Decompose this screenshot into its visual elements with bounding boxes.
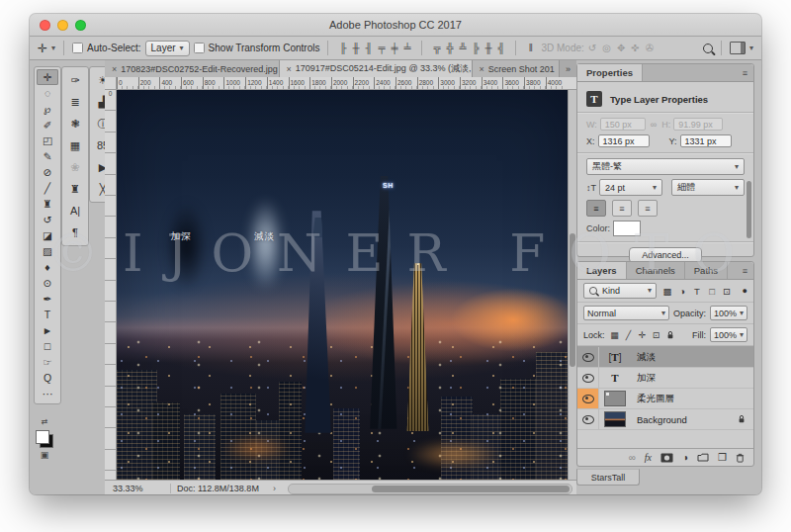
swatches-panel-icon[interactable]: ❃: [64, 113, 86, 134]
link-layers-icon[interactable]: ∞: [629, 452, 636, 463]
marquee-tool[interactable]: ◌: [37, 85, 58, 101]
document-tab-2-active[interactable]: × 170917#DSC05214-Edit.jpg @ 33.3% (減淡, …: [280, 60, 473, 77]
color-grid-panel-icon[interactable]: ▦: [64, 134, 86, 156]
layer-name[interactable]: 加深: [637, 372, 656, 385]
gradient-tool[interactable]: ▨: [37, 243, 58, 259]
status-expand-icon[interactable]: ›: [265, 484, 284, 493]
y-position-field[interactable]: 1331 px: [680, 134, 732, 147]
chevron-down-icon[interactable]: ▾: [51, 44, 55, 52]
path-selection-tool[interactable]: ►: [37, 322, 58, 338]
document-tab-1[interactable]: × 170823#DSC02752-Edit-Recovered.jpg: [105, 60, 280, 77]
foreground-background-swatches[interactable]: [36, 430, 53, 448]
zoom-tool[interactable]: Q: [37, 370, 58, 386]
text-color-swatch[interactable]: [613, 221, 641, 236]
add-layer-mask-icon[interactable]: [660, 453, 673, 463]
layer-visibility-toggle[interactable]: [577, 389, 599, 408]
canvas-vertical-scrollbar[interactable]: [568, 90, 576, 480]
distribute-spacing-icon[interactable]: ‖: [524, 43, 537, 53]
align-top-edges-icon[interactable]: ╤: [375, 43, 388, 53]
distribute-top-edges-icon[interactable]: ╦: [430, 43, 443, 53]
align-vertical-centers-icon[interactable]: ╪: [388, 43, 400, 53]
layer-row-softlight[interactable]: 柔光圖層: [577, 389, 753, 409]
layer-thumbnail[interactable]: [599, 411, 631, 427]
distribute-horizontal-centers-icon[interactable]: ╫: [482, 43, 494, 53]
eraser-tool[interactable]: ◪: [37, 227, 58, 243]
layer-name[interactable]: Background: [637, 414, 687, 425]
starstall-panel-tab[interactable]: StarsTall: [576, 469, 640, 486]
distribute-right-edges-icon[interactable]: ╣: [494, 43, 507, 53]
close-icon[interactable]: ×: [480, 64, 484, 74]
paragraph-panel-icon[interactable]: ¶: [64, 222, 86, 243]
move-tool-icon[interactable]: ✛: [38, 42, 47, 55]
adjustment-layer-icon[interactable]: ◑: [682, 452, 688, 463]
font-style-dropdown[interactable]: 細體 ▾: [671, 179, 745, 196]
3d-camera-icon[interactable]: ✇: [646, 43, 654, 53]
zoom-window-button[interactable]: [75, 20, 86, 31]
3d-orbit-icon[interactable]: ↺: [588, 43, 596, 53]
font-family-dropdown[interactable]: 黑體-繁 ▾: [586, 158, 745, 175]
layer-thumbnail[interactable]: [T]: [599, 351, 631, 363]
blend-mode-dropdown[interactable]: Normal ▾: [583, 306, 669, 320]
layer-name[interactable]: 柔光圖層: [637, 393, 674, 405]
properties-scrollbar-thumb[interactable]: [747, 181, 751, 238]
crop-tool[interactable]: ◰: [37, 133, 58, 148]
blur-tool[interactable]: ♦: [37, 259, 58, 275]
history-brush-tool[interactable]: ↺: [37, 212, 58, 227]
align-text-center-button[interactable]: ≡: [612, 200, 632, 217]
lock-artboard-icon[interactable]: ⊡: [651, 330, 662, 340]
type-layer-filter-icon[interactable]: T: [691, 286, 703, 297]
clone-source-panel-icon[interactable]: ♜: [64, 178, 86, 200]
shape-layer-filter-icon[interactable]: □: [706, 286, 718, 297]
layer-row-burn-text[interactable]: T 加深: [577, 368, 753, 389]
layer-thumbnail[interactable]: T: [599, 372, 631, 384]
dodge-text-layer[interactable]: 減淡: [254, 230, 275, 243]
new-layer-icon[interactable]: ❐: [718, 452, 727, 463]
layer-thumbnail[interactable]: [599, 391, 631, 406]
align-text-right-button[interactable]: ≡: [638, 200, 658, 217]
tab-channels[interactable]: Channels: [627, 262, 685, 279]
distribute-vertical-centers-icon[interactable]: ╬: [443, 43, 456, 53]
smart-object-filter-icon[interactable]: ⊡: [721, 286, 733, 297]
brush-settings-panel-icon[interactable]: ≣: [64, 91, 86, 113]
workspace-layout-icon[interactable]: [730, 42, 746, 54]
new-group-icon[interactable]: [697, 453, 709, 462]
layer-name[interactable]: 減淡: [637, 351, 656, 364]
chevron-down-icon[interactable]: ▾: [749, 44, 753, 52]
healing-brush-tool[interactable]: ⊘: [37, 164, 58, 180]
panel-menu-icon[interactable]: ≡: [737, 64, 753, 81]
panel-menu-icon[interactable]: ≡: [737, 262, 753, 279]
minimize-window-button[interactable]: [57, 20, 68, 31]
align-right-edges-icon[interactable]: ╢: [362, 43, 375, 53]
character-panel-icon[interactable]: A|: [64, 200, 86, 222]
screen-mode-icon[interactable]: ▣: [36, 450, 53, 460]
distribute-bottom-edges-icon[interactable]: ╩: [456, 43, 469, 53]
align-bottom-edges-icon[interactable]: ╧: [400, 43, 413, 53]
hand-tool[interactable]: ☞: [37, 354, 58, 370]
brush-tool[interactable]: ╱: [37, 180, 58, 196]
lock-position-icon[interactable]: ✛: [637, 330, 649, 340]
move-tool[interactable]: ✛: [37, 69, 58, 85]
align-text-left-button[interactable]: ≡: [586, 200, 606, 217]
lock-all-icon[interactable]: [666, 330, 674, 340]
close-icon[interactable]: ×: [112, 64, 117, 74]
layer-row-background[interactable]: Background: [577, 409, 753, 430]
close-window-button[interactable]: [40, 20, 50, 31]
layer-style-icon[interactable]: fx: [645, 452, 652, 463]
delete-layer-icon[interactable]: [736, 453, 745, 463]
patterns-panel-icon[interactable]: ❀: [64, 156, 86, 178]
3d-roll-icon[interactable]: ◎: [602, 43, 611, 53]
burn-text-layer[interactable]: 加深: [171, 230, 192, 243]
title-bar[interactable]: Adobe Photoshop CC 2017: [30, 14, 761, 37]
filter-toggle-pin-icon[interactable]: ●: [743, 286, 747, 296]
clone-stamp-tool[interactable]: ♜: [37, 196, 58, 212]
show-transform-checkbox[interactable]: [194, 43, 205, 53]
document-canvas[interactable]: SH 加深 減淡: [117, 90, 568, 480]
adjustment-layer-filter-icon[interactable]: ◑: [676, 286, 688, 297]
auto-select-checkbox[interactable]: [72, 43, 83, 53]
type-tool[interactable]: T: [37, 307, 58, 322]
tab-paths[interactable]: Paths: [685, 262, 728, 279]
lasso-tool[interactable]: ℘: [37, 101, 58, 117]
close-icon[interactable]: ×: [287, 64, 292, 74]
layer-visibility-toggle[interactable]: [577, 409, 599, 429]
swap-colors-icon[interactable]: ⇄: [36, 418, 53, 426]
